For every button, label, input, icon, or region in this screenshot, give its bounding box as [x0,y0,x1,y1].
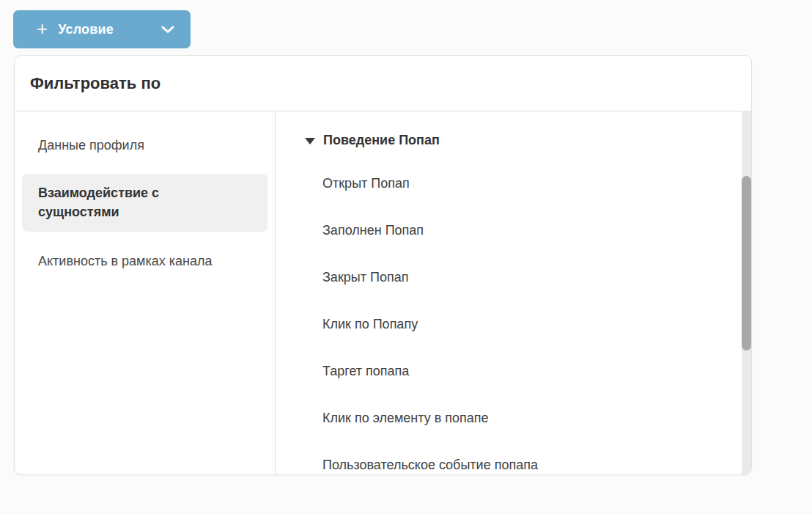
scrollbar[interactable] [742,111,751,474]
group-label: Поведение Попап [323,133,440,147]
sidebar-item-entity-interaction[interactable]: Взаимодействие с сущностями [22,174,267,232]
filter-panel-body: Данные профиля Взаимодействие с сущностя… [15,111,751,474]
panel-title: Фильтровать по [30,74,160,93]
event-item-popup-filled[interactable]: Заполнен Попап [322,224,734,237]
sidebar-item-channel-activity[interactable]: Активность в рамках канала [15,245,275,277]
group-header-popup-behavior[interactable]: Поведение Попап [299,133,734,147]
plus-icon: + [37,19,48,38]
add-condition-button[interactable]: + Условие [13,10,191,48]
event-item-popup-custom-event[interactable]: Пользовательское событие попапа [322,458,734,471]
event-item-popup-click[interactable]: Клик по Попапу [322,317,734,331]
event-list: Поведение Попап Открыт Попап Заполнен По… [276,111,751,474]
event-item-popup-closed[interactable]: Закрыт Попап [322,271,734,284]
event-item-popup-opened[interactable]: Открыт Попап [322,177,734,190]
filter-panel: Фильтровать по Данные профиля Взаимодейс… [14,55,752,475]
caret-down-icon [305,138,315,144]
sidebar-item-profile-data[interactable]: Данные профиля [15,129,275,161]
chevron-down-icon [161,26,174,34]
event-item-popup-target[interactable]: Таргет попапа [322,364,734,378]
scrollbar-thumb[interactable] [742,176,751,350]
event-item-popup-element-click[interactable]: Клик по элементу в попапе [322,411,734,425]
filter-panel-header: Фильтровать по [15,56,751,111]
sidebar-item-entity-interaction-label: Взаимодействие с сущностями [38,183,207,221]
filter-category-sidebar: Данные профиля Взаимодействие с сущностя… [15,111,276,474]
add-condition-button-label: Условие [58,22,114,37]
